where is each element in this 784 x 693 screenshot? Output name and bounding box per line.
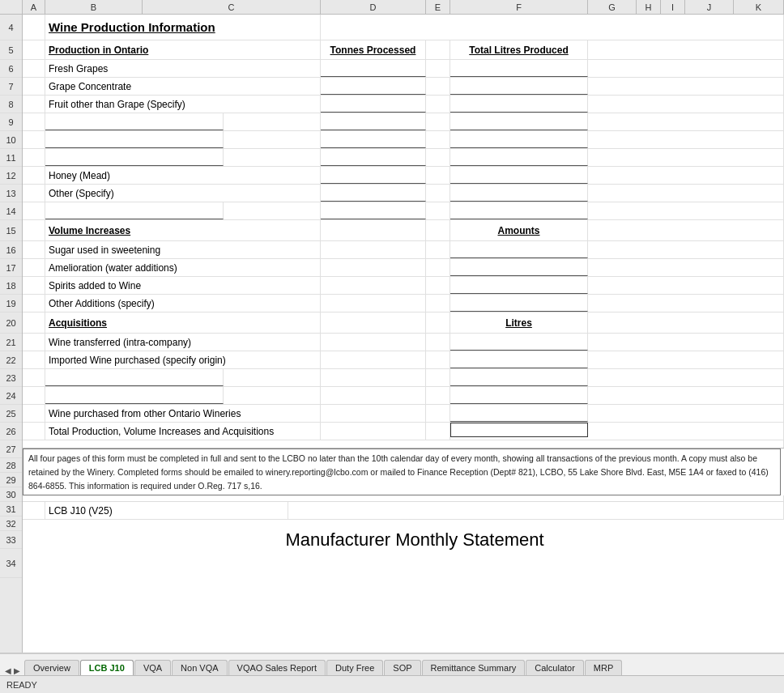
r26-box[interactable] — [450, 423, 588, 437]
r6-a — [23, 60, 45, 77]
r26-rest — [588, 423, 784, 440]
r17-label: Amelioration (water additions) — [45, 259, 321, 276]
r6-litres[interactable] — [450, 60, 588, 77]
rh-22: 22 — [0, 351, 22, 369]
r19-rest — [588, 295, 784, 312]
spreadsheet: A B C D E F G H I J K 4 5 6 7 8 9 10 11 … — [0, 0, 784, 653]
row-15: Volume Increases Amounts — [23, 220, 784, 241]
tab-duty-free[interactable]: Duty Free — [326, 660, 383, 675]
r10-litres[interactable] — [450, 131, 588, 148]
r23-litres[interactable] — [450, 369, 588, 386]
rh-30: 30 — [0, 487, 22, 502]
r19-label: Other Additions (specify) — [45, 295, 321, 312]
tab-mrp[interactable]: MRP — [585, 660, 622, 675]
r21-litres[interactable] — [450, 334, 588, 351]
row-33: LCB J10 (V25) — [23, 502, 784, 520]
r27 — [23, 440, 784, 448]
r14-specify[interactable] — [45, 202, 224, 219]
r12-tonnes[interactable] — [321, 167, 426, 184]
r11-litres[interactable] — [450, 149, 588, 166]
r4-title: Wine Production Information — [45, 15, 321, 40]
r9-specify[interactable] — [45, 113, 224, 130]
tab-lcb-j10[interactable]: LCB J10 — [80, 660, 134, 675]
r24-litres[interactable] — [450, 387, 588, 404]
r4-rest — [321, 15, 784, 40]
r34-title: Manufacturer Monthly Statement — [45, 528, 784, 552]
r9-tonnes[interactable] — [321, 113, 426, 130]
r9-litres[interactable] — [450, 113, 588, 130]
nav-left-arrow[interactable]: ◀ — [5, 666, 11, 675]
r25-a — [23, 405, 45, 422]
r18-label: Spirits added to Wine — [45, 277, 321, 294]
r13-litres[interactable] — [450, 185, 588, 202]
tab-non-vqa[interactable]: Non VQA — [172, 660, 227, 675]
r9-a — [23, 113, 45, 130]
rh-14: 14 — [0, 202, 22, 220]
r25-litres[interactable] — [450, 405, 588, 422]
row-16: Sugar used in sweetening — [23, 241, 784, 259]
row-9 — [23, 113, 784, 131]
tab-calculator[interactable]: Calculator — [526, 660, 584, 675]
r16-amount[interactable] — [450, 241, 588, 258]
r14-litres[interactable] — [450, 202, 588, 219]
r9-rest — [588, 113, 784, 130]
r18-d — [321, 277, 426, 294]
row-4: Wine Production Information — [23, 15, 784, 40]
r23-specify[interactable] — [45, 369, 224, 386]
r11-specify[interactable] — [45, 149, 224, 166]
r7-litres[interactable] — [450, 78, 588, 95]
r19-e — [426, 295, 450, 312]
r24-a — [23, 387, 45, 404]
r7-tonnes[interactable] — [321, 78, 426, 95]
rh-19: 19 — [0, 295, 22, 312]
r6-tonnes[interactable] — [321, 60, 426, 77]
rh-7: 7 — [0, 78, 22, 96]
r21-rest — [588, 334, 784, 351]
r11-tonnes[interactable] — [321, 149, 426, 166]
r10-specify[interactable] — [45, 131, 224, 148]
r16-e — [426, 241, 450, 258]
r12-label: Honey (Mead) — [45, 167, 321, 184]
nav-right-arrow[interactable]: ▶ — [14, 666, 20, 675]
col-header-i: I — [661, 0, 685, 14]
tab-sop[interactable]: SOP — [384, 660, 420, 675]
r13-label: Other (Specify) — [45, 185, 321, 202]
r20-litres: Litres — [450, 312, 588, 333]
rh-18: 18 — [0, 277, 22, 295]
r5-tonnes: Tonnes Processed — [321, 40, 426, 59]
tab-bar: ◀ ▶ Overview LCB J10 VQA Non VQA VQAO Sa… — [0, 653, 784, 675]
r10-tonnes[interactable] — [321, 131, 426, 148]
r18-amount[interactable] — [450, 277, 588, 294]
rh-8: 8 — [0, 96, 22, 113]
r8-litres[interactable] — [450, 96, 588, 113]
r22-a — [23, 351, 45, 368]
r13-tonnes[interactable] — [321, 185, 426, 202]
tab-remittance[interactable]: Remittance Summary — [422, 660, 526, 675]
r23-e — [426, 369, 450, 386]
r24-specify[interactable] — [45, 387, 224, 404]
r9-e — [426, 113, 450, 130]
r22-rest — [588, 351, 784, 368]
r11-rest — [588, 149, 784, 166]
r7-rest — [588, 78, 784, 95]
r17-amount[interactable] — [450, 259, 588, 276]
r22-litres[interactable] — [450, 351, 588, 368]
col-header-g: G — [588, 0, 637, 14]
r21-a — [23, 334, 45, 351]
r24-c2 — [224, 387, 321, 404]
sheet-content: Wine Production Information Production i… — [23, 15, 784, 653]
r8-tonnes[interactable] — [321, 96, 426, 113]
tab-vqa[interactable]: VQA — [134, 660, 171, 675]
tab-vqao[interactable]: VQAO Sales Report — [228, 660, 326, 675]
r14-tonnes[interactable] — [321, 202, 426, 219]
status-bar: READY — [0, 675, 784, 693]
r19-amount[interactable] — [450, 295, 588, 312]
r11-e — [426, 149, 450, 166]
r33-rest — [288, 502, 784, 519]
r12-litres[interactable] — [450, 167, 588, 184]
tab-overview[interactable]: Overview — [24, 660, 79, 675]
rh-12: 12 — [0, 167, 22, 185]
r15-a — [23, 220, 45, 240]
r23-rest — [588, 369, 784, 386]
rh-31: 31 — [0, 502, 22, 517]
